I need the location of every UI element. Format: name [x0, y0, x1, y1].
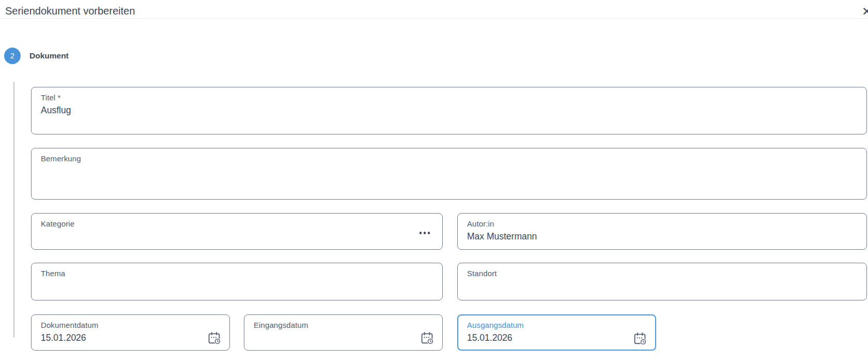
eingangsdatum-label: Eingangsdatum: [254, 321, 433, 329]
titel-value: Ausflug: [41, 105, 857, 116]
stepper-connector-line: [13, 82, 14, 337]
bemerkung-label: Bemerkung: [41, 154, 857, 163]
thema-input[interactable]: Thema: [31, 263, 443, 300]
dialog-title: Seriendokument vorbereiten: [5, 5, 135, 17]
eingangsdatum-input[interactable]: Eingangsdatum: [244, 314, 443, 351]
titel-input[interactable]: Titel * Ausflug: [31, 87, 867, 134]
autorin-value: Max Mustermann: [467, 231, 857, 242]
close-icon[interactable]: ✕: [862, 5, 868, 18]
dokumentdatum-label: Dokumentdatum: [41, 321, 220, 329]
seriendokument-dialog: Seriendokument vorbereiten ✕ 2 Dokument …: [0, 0, 868, 362]
step-number-badge: 2: [4, 48, 21, 64]
dokumentdatum-value: 15.01.2026: [41, 333, 220, 343]
autorin-label: Autor:in: [467, 219, 857, 228]
calendar-clock-icon[interactable]: [207, 331, 221, 345]
standort-input[interactable]: Standort: [457, 263, 867, 300]
autorin-input[interactable]: Autor:in Max Mustermann: [457, 213, 867, 250]
ausgangsdatum-input[interactable]: Ausgangsdatum 15.01.2026: [457, 314, 656, 351]
standort-label: Standort: [467, 269, 857, 278]
kategorie-input[interactable]: Kategorie: [31, 213, 443, 250]
calendar-clock-icon[interactable]: [633, 331, 647, 345]
stepper-step-2[interactable]: 2 Dokument: [4, 48, 69, 64]
header-divider: [0, 18, 868, 19]
thema-label: Thema: [41, 269, 433, 278]
step-number: 2: [10, 52, 14, 60]
dokumentdatum-input[interactable]: Dokumentdatum 15.01.2026: [31, 314, 230, 351]
more-options-icon[interactable]: [419, 230, 431, 236]
ausgangsdatum-label: Ausgangsdatum: [467, 321, 646, 329]
step-label: Dokument: [29, 51, 69, 61]
bemerkung-input[interactable]: Bemerkung: [31, 148, 867, 200]
titel-label: Titel *: [41, 93, 857, 102]
ausgangsdatum-value: 15.01.2026: [467, 333, 646, 343]
kategorie-label: Kategorie: [41, 219, 433, 228]
calendar-clock-icon[interactable]: [420, 331, 434, 345]
